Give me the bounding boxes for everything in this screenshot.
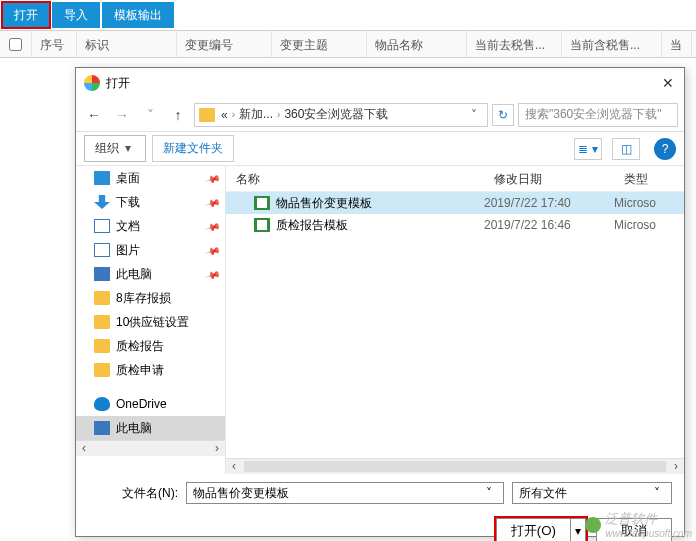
col-seq[interactable]: 序号 [32, 31, 77, 57]
help-icon[interactable]: ? [654, 138, 676, 160]
tree-label: 此电脑 [116, 420, 152, 437]
template-output-button[interactable]: 模板输出 [102, 2, 174, 28]
filename-label: 文件名(N): [88, 485, 178, 502]
excel-icon [254, 218, 270, 232]
dialog-toolbar: 组织▾ 新建文件夹 ≣ ▾ ◫ ? [76, 132, 684, 166]
import-button[interactable]: 导入 [52, 2, 100, 28]
chevron-down-icon[interactable]: ˅ [465, 108, 483, 122]
up-icon[interactable]: ↑ [166, 103, 190, 127]
folder-icon [94, 363, 110, 377]
col-item-name[interactable]: 物品名称 [367, 31, 467, 57]
tree-label: OneDrive [116, 397, 167, 411]
folder-icon [94, 291, 110, 305]
file-name: 质检报告模板 [276, 217, 484, 234]
cloud-icon [94, 397, 110, 411]
tree-label: 下载 [116, 194, 140, 211]
docs-icon [94, 219, 110, 233]
download-icon [94, 195, 110, 209]
tree-item[interactable]: 桌面📌 [76, 166, 225, 190]
col-type[interactable]: 类型 [614, 166, 684, 191]
tree-item[interactable]: 图片📌 [76, 238, 225, 262]
dialog-body: 桌面📌下载📌文档📌图片📌此电脑📌8库存报损10供应链设置质检报告质检申请OneD… [76, 166, 684, 474]
col-name[interactable]: 名称 [226, 166, 484, 191]
col-checkbox [0, 31, 32, 57]
top-toolbar: 打开 导入 模板输出 [0, 0, 696, 30]
col-price-excl[interactable]: 当前去税售... [467, 31, 562, 57]
refresh-icon[interactable]: ↻ [492, 104, 514, 126]
dialog-bottom: 文件名(N): 物品售价变更模板˅ 所有文件˅ 打开(O) ▾ 取消 [76, 474, 684, 541]
filename-input[interactable]: 物品售价变更模板˅ [186, 482, 504, 504]
open-dialog: 打开 ✕ ← → ˅ ↑ « › 新加... › 360安全浏览器下载 ˅ ↻ … [75, 67, 685, 537]
tree-label: 文档 [116, 218, 140, 235]
breadcrumb[interactable]: « › 新加... › 360安全浏览器下载 ˅ [194, 103, 488, 127]
tree-label: 此电脑 [116, 266, 152, 283]
pin-icon: 📌 [205, 266, 221, 282]
col-date[interactable]: 修改日期 [484, 166, 614, 191]
tree-label: 图片 [116, 242, 140, 259]
back-icon[interactable]: ← [82, 103, 106, 127]
file-pane: 名称 修改日期 类型 物品售价变更模板2019/7/22 17:40Micros… [226, 166, 684, 474]
cancel-button[interactable]: 取消 [596, 518, 672, 541]
file-scrollbar[interactable]: ‹› [226, 458, 684, 474]
close-icon[interactable]: ✕ [660, 75, 676, 91]
tree-item[interactable]: 此电脑 [76, 416, 225, 440]
pin-icon: 📌 [205, 218, 221, 234]
tree-item[interactable]: 下载📌 [76, 190, 225, 214]
open-button-group: 打开(O) ▾ [494, 516, 588, 541]
desktop-icon [94, 171, 110, 185]
open-drop-icon[interactable]: ▾ [570, 518, 586, 541]
tree-label: 桌面 [116, 170, 140, 187]
file-row[interactable]: 物品售价变更模板2019/7/22 17:40Microso [226, 192, 684, 214]
file-date: 2019/7/22 17:40 [484, 196, 614, 210]
new-folder-button[interactable]: 新建文件夹 [152, 135, 234, 162]
grid-header: 序号 标识 变更编号 变更主题 物品名称 当前去税售... 当前含税售... 当 [0, 30, 696, 58]
breadcrumb-root[interactable]: « [221, 108, 228, 122]
organize-button[interactable]: 组织▾ [84, 135, 146, 162]
select-all-checkbox[interactable] [9, 38, 22, 51]
dialog-title: 打开 [106, 75, 130, 92]
pc-icon [94, 267, 110, 281]
recent-drop-icon[interactable]: ˅ [138, 103, 162, 127]
tree-item[interactable]: 10供应链设置 [76, 310, 225, 334]
folder-icon [199, 108, 215, 122]
breadcrumb-seg1[interactable]: 新加... [239, 106, 273, 123]
tree-item[interactable]: 此电脑📌 [76, 262, 225, 286]
file-date: 2019/7/22 16:46 [484, 218, 614, 232]
tree-item[interactable]: 文档📌 [76, 214, 225, 238]
chevron-right-icon: › [277, 109, 280, 120]
file-name: 物品售价变更模板 [276, 195, 484, 212]
view-mode-button[interactable]: ≣ ▾ [574, 138, 602, 160]
chevron-down-icon[interactable]: ˅ [481, 486, 497, 500]
pc-icon [94, 421, 110, 435]
file-row[interactable]: 质检报告模板2019/7/22 16:46Microso [226, 214, 684, 236]
chevron-down-icon[interactable]: ˅ [649, 486, 665, 500]
col-price-incl[interactable]: 当前含税售... [562, 31, 662, 57]
tree-label: 10供应链设置 [116, 314, 189, 331]
tree-item[interactable]: 8库存报损 [76, 286, 225, 310]
open-file-button[interactable]: 打开(O) [496, 518, 570, 541]
excel-icon [254, 196, 270, 210]
tree-item[interactable]: OneDrive [76, 392, 225, 416]
filter-select[interactable]: 所有文件˅ [512, 482, 672, 504]
pics-icon [94, 243, 110, 257]
open-button[interactable]: 打开 [2, 2, 50, 28]
tree-scrollbar[interactable]: ‹› [76, 440, 225, 456]
app-icon [84, 75, 100, 91]
col-more[interactable]: 当 [662, 31, 692, 57]
tree-label: 质检报告 [116, 338, 164, 355]
col-mark[interactable]: 标识 [77, 31, 177, 57]
folder-icon [94, 339, 110, 353]
tree-item[interactable]: 质检申请 [76, 358, 225, 382]
col-change-no[interactable]: 变更编号 [177, 31, 272, 57]
tree-item[interactable]: 质检报告 [76, 334, 225, 358]
preview-pane-button[interactable]: ◫ [612, 138, 640, 160]
file-list-header: 名称 修改日期 类型 [226, 166, 684, 192]
breadcrumb-seg2[interactable]: 360安全浏览器下载 [284, 106, 388, 123]
search-input[interactable]: 搜索"360安全浏览器下载" [518, 103, 678, 127]
chevron-down-icon: ▾ [121, 141, 135, 155]
nav-tree: 桌面📌下载📌文档📌图片📌此电脑📌8库存报损10供应链设置质检报告质检申请OneD… [76, 166, 226, 474]
tree-label: 8库存报损 [116, 290, 171, 307]
forward-icon: → [110, 103, 134, 127]
navbar: ← → ˅ ↑ « › 新加... › 360安全浏览器下载 ˅ ↻ 搜索"36… [76, 98, 684, 132]
col-subject[interactable]: 变更主题 [272, 31, 367, 57]
